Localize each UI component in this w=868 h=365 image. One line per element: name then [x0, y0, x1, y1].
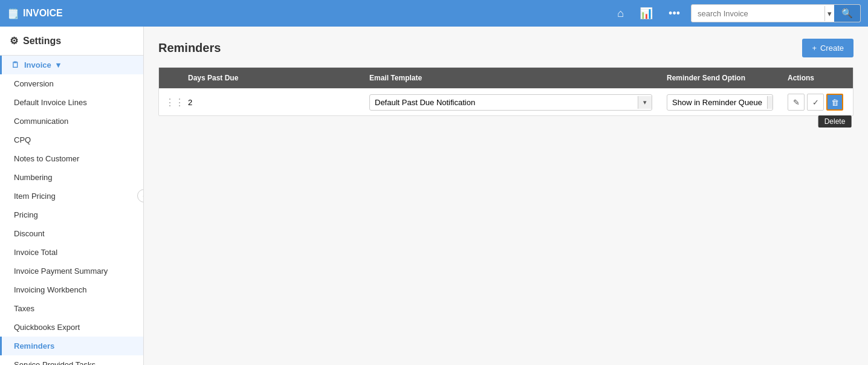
sidebar-item-service-provided-tasks[interactable]: Service Provided Tasks: [0, 355, 143, 365]
days-past-due-cell: 2: [181, 93, 362, 112]
main-content: Reminders + Create Days Past Due Email T…: [144, 27, 868, 365]
sidebar: ⚙ Settings 🗒 Invoice ▾ ConversionDefault…: [0, 27, 144, 365]
sidebar-item-label: Item Pricing: [14, 192, 56, 201]
check-icon: ✓: [812, 98, 819, 107]
select-dropdown-icon: ▾: [638, 96, 652, 109]
chart-button[interactable]: 📊: [635, 4, 658, 22]
brand-icon: 🗒️: [7, 8, 19, 19]
table-header-actions: Actions: [780, 68, 853, 88]
sidebar-item-pricing[interactable]: Pricing: [0, 205, 143, 224]
sidebar-item-cpq[interactable]: CPQ: [0, 131, 143, 149]
chevron-down-icon: ▾: [56, 60, 60, 69]
email-template-cell: Default Past Due Notification ▾: [362, 89, 659, 115]
sidebar-item-label: Invoice Payment Summary: [14, 266, 108, 276]
sidebar-item-item-pricing[interactable]: Item Pricing: [0, 187, 143, 205]
sidebar-item-notes-to-customer[interactable]: Notes to Customer: [0, 149, 143, 168]
search-button[interactable]: 🔍: [834, 5, 860, 22]
drag-handle[interactable]: ⋮⋮: [159, 92, 181, 113]
sidebar-invoice-label: Invoice: [24, 60, 51, 69]
email-template-select-wrap: Default Past Due Notification ▾: [369, 94, 652, 111]
sidebar-item-label: CPQ: [14, 135, 31, 144]
email-template-select[interactable]: Default Past Due Notification: [370, 95, 638, 110]
sidebar-item-label: Quickbooks Export: [14, 323, 80, 332]
collapse-icon: ‹: [143, 192, 144, 199]
home-icon: ⌂: [617, 7, 624, 20]
sidebar-item-taxes[interactable]: Taxes: [0, 299, 143, 318]
table-header-drag: [159, 68, 181, 88]
sidebar-item-invoice-payment-summary[interactable]: Invoice Payment Summary: [0, 262, 143, 280]
table-header: Days Past Due Email Template Reminder Se…: [159, 68, 853, 88]
reminder-send-select-wrap: Show in Reminder Queue ▾: [667, 94, 773, 111]
invoice-icon: 🗒: [11, 60, 19, 69]
sidebar-header: ⚙ Settings: [0, 27, 143, 56]
more-icon: •••: [669, 7, 680, 20]
sidebar-item-discount[interactable]: Discount: [0, 224, 143, 243]
sidebar-item-label: Invoicing Workbench: [14, 285, 86, 294]
app-layout: ⚙ Settings 🗒 Invoice ▾ ConversionDefault…: [0, 27, 868, 365]
sidebar-header-label: Settings: [23, 36, 61, 47]
table-header-template: Email Template: [362, 68, 659, 88]
reminders-table: Days Past Due Email Template Reminder Se…: [158, 67, 853, 116]
plus-icon: +: [812, 44, 817, 53]
sidebar-item-label: Conversion: [14, 79, 54, 88]
create-label: Create: [820, 44, 844, 53]
actions-cell: ✎ ✓ 🗑 Delete: [780, 89, 853, 115]
days-past-due-value: 2: [188, 98, 192, 107]
sidebar-item-label: Service Provided Tasks: [14, 360, 96, 365]
search-dropdown-button[interactable]: ▾: [824, 6, 834, 21]
action-buttons: ✎ ✓ 🗑 Delete: [788, 94, 846, 111]
sidebar-item-conversion[interactable]: Conversion: [0, 74, 143, 93]
page-header: Reminders + Create: [158, 39, 853, 57]
reminder-send-select[interactable]: Show in Reminder Queue: [667, 95, 767, 110]
search-icon: 🔍: [841, 8, 853, 18]
table-header-days: Days Past Due: [181, 68, 362, 88]
delete-tooltip-label: Delete: [818, 115, 852, 128]
sidebar-item-label: Invoice Total: [14, 248, 57, 257]
sidebar-item-quickbooks-export[interactable]: Quickbooks Export: [0, 318, 143, 337]
sidebar-item-label: Default Invoice Lines: [14, 98, 87, 107]
edit-icon: ✎: [793, 98, 800, 107]
search-input[interactable]: [691, 6, 824, 21]
sidebar-item-invoice[interactable]: 🗒 Invoice ▾: [0, 56, 143, 74]
sidebar-item-label: Pricing: [14, 210, 38, 219]
sidebar-item-label: Discount: [14, 229, 45, 238]
settings-icon: ⚙: [10, 35, 18, 47]
table-row: ⋮⋮ 2 Default Past Due Notification ▾: [159, 88, 853, 115]
brand-logo[interactable]: 🗒️ INVOICE: [7, 8, 63, 19]
trash-icon: 🗑: [831, 98, 839, 107]
sidebar-item-label: Numbering: [14, 173, 53, 182]
edit-button[interactable]: ✎: [788, 94, 805, 111]
brand-label: INVOICE: [23, 8, 63, 19]
confirm-button[interactable]: ✓: [807, 94, 824, 111]
select-send-dropdown-icon: ▾: [767, 96, 773, 109]
create-button[interactable]: + Create: [802, 39, 853, 57]
sidebar-item-communication[interactable]: Communication: [0, 112, 143, 131]
navbar: 🗒️ INVOICE ⌂ 📊 ••• ▾ 🔍: [0, 0, 868, 27]
sidebar-item-reminders[interactable]: Reminders: [0, 337, 143, 355]
home-button[interactable]: ⌂: [612, 5, 629, 22]
chevron-down-icon: ▾: [828, 9, 832, 18]
sidebar-item-default-invoice-lines[interactable]: Default Invoice Lines: [0, 93, 143, 112]
sidebar-item-label: Communication: [14, 117, 68, 126]
delete-button[interactable]: 🗑: [826, 94, 843, 111]
more-button[interactable]: •••: [664, 5, 685, 22]
delete-tooltip-wrap: 🗑 Delete: [826, 94, 843, 111]
sidebar-item-invoicing-workbench[interactable]: Invoicing Workbench: [0, 280, 143, 299]
search-wrap: ▾ 🔍: [691, 4, 861, 22]
sidebar-item-label: Taxes: [14, 304, 34, 313]
sidebar-items-list: ConversionDefault Invoice LinesCommunica…: [0, 74, 143, 365]
sidebar-item-numbering[interactable]: Numbering: [0, 168, 143, 187]
reminder-send-option-cell: Show in Reminder Queue ▾: [659, 89, 780, 115]
sidebar-item-label: Reminders: [14, 341, 54, 350]
sidebar-item-label: Notes to Customer: [14, 154, 79, 163]
page-title: Reminders: [158, 41, 221, 55]
table-header-send-option: Reminder Send Option: [659, 68, 780, 88]
chart-icon: 📊: [640, 7, 653, 20]
sidebar-item-invoice-total[interactable]: Invoice Total: [0, 243, 143, 262]
